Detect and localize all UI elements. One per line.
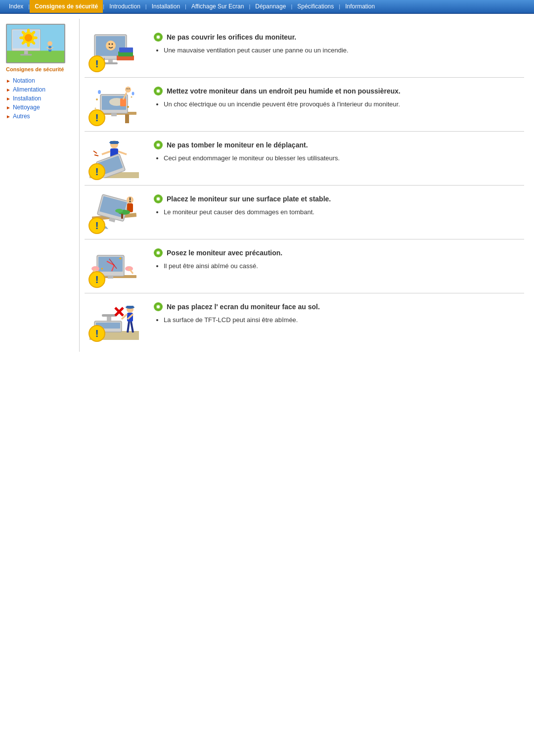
- svg-point-45: [98, 90, 101, 94]
- safety-bullets-4: Le moniteur peut causer des dommages en …: [164, 207, 524, 217]
- safety-title-5: Posez le moniteur avec précaution.: [154, 248, 524, 257]
- safety-bullets-6: La surface de TFT-LCD peut ainsi être ab…: [164, 315, 524, 325]
- safety-bullets-3: Ceci peut endommager le moniteur ou bles…: [164, 153, 524, 163]
- safety-title-2: Mettez votre moniteur dans un endroit pe…: [154, 87, 524, 95]
- safety-icon-wrap-3: !: [85, 139, 144, 178]
- sidebar-nav-notation[interactable]: ► Notation: [6, 77, 74, 84]
- safety-text-6: Ne pas placez l' ecran du moniteur face …: [154, 300, 524, 326]
- safety-title-icon-1: [154, 33, 163, 42]
- safety-item-5: ✦ ✦ ! Posez le moniteur avec précaution.…: [85, 239, 524, 293]
- svg-point-116: [157, 305, 160, 308]
- svg-point-5: [25, 34, 32, 42]
- sidebar-nav-label-nettoyage: Nettoyage: [13, 104, 40, 111]
- svg-rect-48: [120, 98, 126, 106]
- svg-line-60: [102, 151, 110, 154]
- arrow-icon-installation: ►: [6, 96, 11, 101]
- safety-title-4: Placez le moniteur sur une surface plate…: [154, 194, 524, 203]
- svg-rect-88: [108, 276, 113, 279]
- svg-point-31: [109, 44, 110, 45]
- svg-rect-78: [130, 197, 131, 200]
- safety-bullets-2: Un choc électrique ou un incendie peuven…: [164, 99, 524, 109]
- svg-rect-58: [110, 141, 118, 144]
- nav-index[interactable]: Index: [4, 0, 28, 13]
- nav-bar: Index | Consignes de sécurité | Introduc…: [0, 0, 534, 14]
- svg-point-42: [131, 96, 133, 98]
- svg-line-112: [131, 322, 133, 332]
- svg-point-69: [157, 143, 160, 146]
- svg-rect-82: [121, 214, 123, 219]
- svg-text:✦: ✦: [118, 256, 122, 261]
- sidebar-nav-label-installation: Installation: [13, 95, 41, 102]
- safety-title-icon-3: [154, 141, 163, 149]
- svg-point-6: [27, 29, 30, 34]
- svg-rect-26: [103, 62, 118, 64]
- safety-icon-wrap-1: !: [85, 31, 144, 70]
- safety-text-5: Posez le moniteur avec précaution. Il pe…: [154, 246, 524, 272]
- safety-icon-wrap-4: !: [85, 192, 144, 232]
- safety-item-6: ! Ne pas placez l' ecran du moniteur fac…: [85, 293, 524, 347]
- safety-title-text-4: Placez le moniteur sur une surface plate…: [167, 195, 331, 203]
- sidebar-nav-installation[interactable]: ► Installation: [6, 95, 74, 102]
- safety-title-text-5: Posez le moniteur avec précaution.: [167, 249, 282, 257]
- safety-title-3: Ne pas tomber le moniteur en le déplaçan…: [154, 141, 524, 149]
- sidebar: Consignes de sécurité ► Notation ► Alime…: [0, 19, 79, 352]
- warning-badge-2: !: [89, 109, 105, 126]
- sidebar-image: [6, 24, 65, 63]
- arrow-icon-nettoyage: ►: [6, 105, 11, 110]
- sidebar-nav-label-notation: Notation: [13, 77, 35, 84]
- svg-line-66: [93, 151, 97, 153]
- safety-title-icon-6: [154, 302, 163, 311]
- svg-rect-1: [7, 51, 64, 63]
- svg-point-79: [130, 201, 131, 202]
- nav-consignes[interactable]: Consignes de sécurité: [30, 0, 103, 13]
- warning-badge-4: !: [89, 217, 105, 234]
- svg-rect-15: [20, 54, 32, 55]
- warning-badge-5: !: [89, 271, 105, 288]
- svg-point-32: [112, 44, 113, 45]
- sidebar-label: Consignes de sécurité: [6, 66, 74, 72]
- nav-affichage[interactable]: Affichage Sur Ecran: [186, 0, 249, 13]
- arrow-icon-alimentation: ►: [6, 87, 11, 93]
- sidebar-nav-label-autres: Autres: [13, 113, 30, 120]
- safety-icon-wrap-5: ✦ ✦ !: [85, 246, 144, 286]
- sidebar-nav-nettoyage[interactable]: ► Nettoyage: [6, 104, 74, 111]
- svg-point-49: [125, 87, 131, 93]
- safety-item-2: ! Mettez votre moniteur dans un endroit …: [85, 78, 524, 132]
- svg-point-7: [27, 42, 30, 47]
- warning-badge-1: !: [89, 55, 105, 72]
- svg-point-54: [157, 90, 160, 93]
- nav-introduction[interactable]: Introduction: [104, 0, 145, 13]
- safety-bullets-1: Une mauvaise ventilation peut causer une…: [164, 46, 524, 55]
- safety-text-1: Ne pas couvrir les orifices du moniteur.…: [154, 31, 524, 56]
- sidebar-nav-autres[interactable]: ► Autres: [6, 113, 74, 120]
- safety-text-2: Mettez votre moniteur dans un endroit pe…: [154, 85, 524, 110]
- arrow-icon-notation: ►: [6, 78, 11, 84]
- svg-point-30: [106, 41, 116, 50]
- nav-information[interactable]: Information: [340, 0, 380, 13]
- safety-text-4: Placez le moniteur sur une surface plate…: [154, 192, 524, 218]
- safety-item-3: ! Ne pas tomber le moniteur en le déplaç…: [85, 132, 524, 186]
- svg-point-51: [129, 89, 130, 90]
- nav-specifications[interactable]: Spécifications: [292, 0, 339, 13]
- svg-point-81: [115, 209, 123, 213]
- safety-title-icon-5: [154, 248, 163, 257]
- svg-rect-104: [102, 314, 116, 317]
- safety-title-6: Ne pas placez l' ecran du moniteur face …: [154, 302, 524, 311]
- svg-rect-107: [127, 306, 134, 308]
- nav-depannage[interactable]: Dépannage: [250, 0, 291, 13]
- warning-badge-3: !: [89, 163, 105, 180]
- svg-point-46: [132, 92, 134, 95]
- safety-title-text-6: Ne pas placez l' ecran du moniteur face …: [167, 303, 320, 311]
- safety-title-icon-4: [154, 194, 163, 203]
- svg-rect-37: [125, 114, 129, 123]
- safety-bullet-3-1: Ceci peut endommager le moniteur ou bles…: [164, 153, 524, 163]
- warning-badge-6: !: [89, 325, 105, 342]
- svg-point-43: [127, 106, 129, 108]
- nav-installation[interactable]: Installation: [147, 0, 185, 13]
- safety-title-1: Ne pas couvrir les orifices du moniteur.: [154, 33, 524, 42]
- sidebar-nav-alimentation[interactable]: ► Alimentation: [6, 86, 74, 93]
- safety-icon-wrap-2: !: [85, 85, 144, 124]
- svg-rect-29: [119, 47, 133, 52]
- content-area: ! Ne pas couvrir les orifices du moniteu…: [79, 19, 534, 352]
- svg-rect-14: [24, 51, 28, 55]
